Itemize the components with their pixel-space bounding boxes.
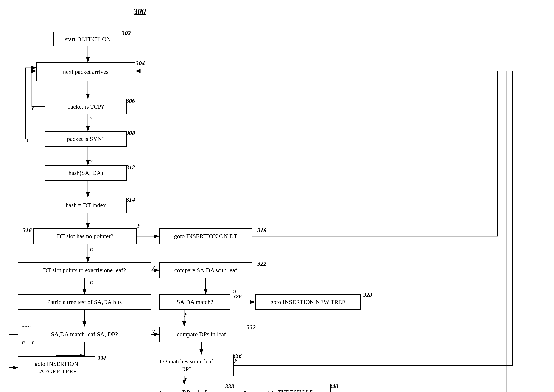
diagram-title: 300 [134,7,146,16]
node-start-detection: start DETECTION [53,32,122,47]
label-308: 308 [126,130,135,136]
label-316: 316 [23,227,32,234]
svg-text:n: n [185,376,188,382]
node-sa-da-leaf-dp: SA,DA match leaf SA, DP? [18,327,151,342]
node-sa-da-match: SA,DA match? [159,294,230,310]
label-304: 304 [136,60,145,67]
label-338: 338 [225,383,234,390]
node-dp-matches: DP matches some leafDP? [139,355,234,376]
node-syn-check: packet is SYN? [45,131,127,147]
label-328: 328 [363,292,372,298]
node-dt-no-pointer: DT slot has no pointer? [33,229,137,244]
svg-text:n: n [32,105,35,111]
svg-text:y: y [184,311,187,317]
node-store-dp: store new DP in leaf [139,385,225,392]
node-hash-sa-da: hash(SA, DA) [45,165,127,181]
label-312: 312 [126,164,135,171]
svg-text:n: n [90,246,93,252]
node-compare-dps: compare DPs in leaf [159,327,243,342]
svg-text:y: y [137,222,140,228]
flowchart-diagram: 300 302 304 306 308 312 314 316 318 320 … [0,0,554,392]
node-compare-sa-da: compare SA,DA with leaf [159,262,252,278]
label-306: 306 [126,98,135,104]
label-336: 336 [233,352,242,359]
label-334: 334 [97,355,106,361]
label-302: 302 [122,30,131,37]
svg-text:y: y [89,157,93,164]
svg-text:y: y [89,114,93,121]
label-322: 322 [257,260,266,267]
svg-text:y: y [152,264,155,270]
node-insertion-dt: goto INSERTION ON DT [159,229,252,244]
label-314: 314 [126,196,135,203]
label-318: 318 [257,227,266,234]
svg-text:n: n [90,279,93,285]
label-326: 326 [233,293,242,300]
node-next-packet: next packet arrives [36,62,135,81]
node-tcp-check: packet is TCP? [45,99,127,114]
label-332: 332 [247,324,256,331]
svg-text:n: n [25,137,28,143]
svg-text:y: y [152,328,155,334]
node-dt-one-leaf: DT slot points to exactly one leaf? [18,262,151,278]
node-patricia: Patricia tree test of SA,DA bits [18,294,151,310]
node-hash-dt: hash = DT index [45,197,127,213]
node-insertion-new-tree: goto INSERTION NEW TREE [255,294,361,310]
node-insertion-larger: goto INSERTIONLARGER TREE [18,356,95,379]
node-goto-threshold: goto THRESHOLD [249,385,331,392]
